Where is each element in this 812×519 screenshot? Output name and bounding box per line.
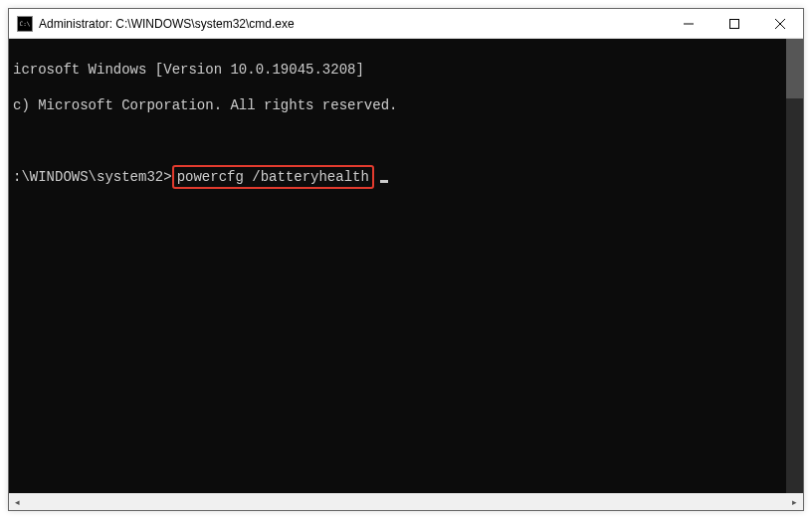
window-controls: [666, 9, 803, 38]
cmd-window: Administrator: C:\WINDOWS\system32\cmd.e…: [8, 8, 804, 511]
scroll-right-arrow[interactable]: ▸: [786, 493, 803, 510]
output-line: c) Microsoft Corporation. All rights res…: [13, 96, 803, 114]
cmd-icon: [17, 16, 33, 32]
prompt-line: :\WINDOWS\system32>powercfg /batteryheal…: [13, 168, 803, 186]
scroll-left-arrow[interactable]: ◂: [9, 493, 26, 510]
maximize-button[interactable]: [711, 9, 757, 38]
command-highlight: powercfg /batteryhealth: [172, 165, 374, 189]
command-text: powercfg /batteryhealth: [177, 169, 369, 185]
svg-rect-1: [730, 19, 739, 28]
text-cursor: [380, 180, 388, 183]
vertical-scrollbar[interactable]: [786, 39, 803, 493]
prompt-text: :\WINDOWS\system32>: [13, 169, 172, 185]
titlebar[interactable]: Administrator: C:\WINDOWS\system32\cmd.e…: [9, 9, 803, 39]
minimize-button[interactable]: [666, 9, 711, 38]
blank-line: [13, 132, 803, 150]
terminal-output[interactable]: icrosoft Windows [Version 10.0.19045.320…: [9, 39, 803, 493]
vertical-scroll-thumb[interactable]: [786, 39, 803, 98]
window-title: Administrator: C:\WINDOWS\system32\cmd.e…: [39, 17, 666, 31]
horizontal-scrollbar[interactable]: ◂ ▸: [9, 493, 803, 510]
close-button[interactable]: [757, 9, 803, 38]
terminal-container: icrosoft Windows [Version 10.0.19045.320…: [9, 39, 803, 510]
output-line: icrosoft Windows [Version 10.0.19045.320…: [13, 61, 803, 79]
